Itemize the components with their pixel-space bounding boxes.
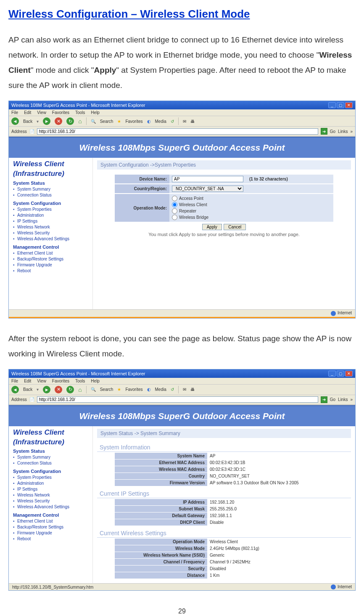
mail-icon[interactable]: ✉ [183, 119, 186, 124]
back-button[interactable]: ◄ [11, 117, 19, 125]
opmode-repeater[interactable]: Repeater [172, 208, 196, 214]
menu-tools[interactable]: Tools [75, 379, 85, 383]
refresh-button[interactable]: ↻ [66, 117, 74, 125]
back-button[interactable]: ◄ [11, 386, 19, 393]
go-button[interactable]: ➜ [321, 396, 327, 403]
history-icon[interactable]: ↺ [171, 387, 174, 392]
links-chevron-icon[interactable]: » [350, 129, 353, 134]
minimize-button[interactable]: _ [328, 371, 336, 377]
favorites-label[interactable]: Favorites [125, 119, 142, 124]
back-label[interactable]: Back [23, 387, 32, 392]
menu-edit[interactable]: Edit [24, 110, 31, 115]
media-label[interactable]: Media [155, 387, 166, 392]
menu-help[interactable]: Help [91, 379, 100, 383]
sidebar-item-wireless-advanced[interactable]: Wireless Advanced Settings [13, 236, 89, 242]
links-label[interactable]: Links [338, 129, 348, 134]
sidebar-item-connection-status[interactable]: Connection Status [13, 460, 89, 466]
sidebar-item-wireless-advanced[interactable]: Wireless Advanced Settings [13, 504, 89, 510]
table-row: Distance1 Km [115, 572, 333, 579]
sidebar-item-firmware-upgrade[interactable]: Firmware Upgrade [13, 262, 89, 268]
media-icon[interactable]: ◐ [147, 387, 151, 392]
sidebar-item-system-properties[interactable]: System Properties [13, 207, 89, 212]
go-label[interactable]: Go [330, 397, 335, 402]
status-left: http://192.168.1.20/B_SystemSummary.htm [12, 585, 93, 589]
home-button[interactable]: ⌂ [78, 118, 82, 125]
sidebar-item-ip-settings[interactable]: IP Settings [13, 486, 89, 492]
sidebar-item-reboot[interactable]: Reboot [13, 268, 89, 274]
search-icon[interactable]: 🔍 [91, 119, 96, 124]
ie-page-icon: 📄 [29, 397, 34, 402]
cancel-button[interactable] [224, 224, 246, 230]
screenshot-system-properties: Wireless 108M SuperG Access Point - Micr… [8, 101, 356, 318]
media-label[interactable]: Media [155, 119, 166, 124]
sidebar-item-administration[interactable]: Administration [13, 481, 89, 486]
menu-file[interactable]: File [11, 379, 18, 383]
sidebar-item-ethernet-client-list[interactable]: Ethernet Client List [13, 250, 89, 256]
history-icon[interactable]: ↺ [171, 119, 174, 124]
sidebar-item-backup-restore[interactable]: Backup/Restore Settings [13, 524, 89, 530]
country-select[interactable]: NO_COUNTRY_SET -NA [172, 186, 243, 192]
sidebar-item-reboot[interactable]: Reboot [13, 536, 89, 542]
stop-button[interactable]: ✕ [55, 386, 62, 393]
search-label[interactable]: Search [100, 387, 113, 392]
menu-edit[interactable]: Edit [24, 379, 31, 383]
address-input[interactable] [37, 128, 318, 135]
media-icon[interactable]: ◐ [147, 119, 151, 124]
refresh-button[interactable]: ↻ [66, 386, 74, 393]
maximize-button[interactable]: ▢ [337, 371, 344, 377]
sidebar: Wireless Client (Infrastructure) System … [9, 158, 93, 309]
favorites-label[interactable]: Favorites [125, 387, 142, 392]
go-label[interactable]: Go [330, 129, 335, 134]
sidebar-item-wireless-security[interactable]: Wireless Security [13, 498, 89, 504]
mail-icon[interactable]: ✉ [183, 387, 186, 392]
apply-button[interactable] [202, 224, 222, 230]
stop-button[interactable]: ✕ [55, 117, 62, 125]
menubar: File Edit View Favorites Tools Help [9, 378, 355, 385]
maximize-button[interactable]: ▢ [337, 102, 344, 108]
favorites-icon[interactable]: ★ [117, 119, 121, 124]
favorites-icon[interactable]: ★ [117, 387, 121, 392]
sidebar-item-wireless-security[interactable]: Wireless Security [13, 230, 89, 236]
sidebar-item-backup-restore[interactable]: Backup/Restore Settings [13, 256, 89, 262]
print-icon[interactable]: 🖶 [190, 119, 195, 124]
menu-tools[interactable]: Tools [75, 110, 85, 115]
sidebar-item-wireless-network[interactable]: Wireless Network [13, 224, 89, 230]
address-input[interactable] [37, 396, 318, 403]
search-label[interactable]: Search [100, 119, 113, 124]
sidebar-item-firmware-upgrade[interactable]: Firmware Upgrade [13, 530, 89, 536]
sidebar-item-wireless-network[interactable]: Wireless Network [13, 492, 89, 498]
print-icon[interactable]: 🖶 [190, 387, 195, 392]
device-name-input[interactable] [172, 176, 243, 182]
menu-view[interactable]: View [37, 110, 46, 115]
breadcrumb: System Configuration ->System Properties [97, 160, 351, 170]
sidebar-item-system-summary[interactable]: System Summary [13, 454, 89, 460]
go-button[interactable]: ➜ [321, 128, 327, 135]
forward-button[interactable]: ► [43, 386, 50, 393]
sidebar-item-ethernet-client-list[interactable]: Ethernet Client List [13, 518, 89, 524]
sidebar-title-1: Wireless Client [13, 429, 89, 437]
opmode-wireless-client[interactable]: Wireless Client [172, 202, 207, 207]
search-icon[interactable]: 🔍 [91, 387, 96, 392]
close-button[interactable]: ✕ [345, 102, 353, 108]
home-button[interactable]: ⌂ [78, 386, 82, 393]
sidebar-item-system-summary[interactable]: System Summary [13, 186, 89, 192]
menu-view[interactable]: View [37, 379, 46, 383]
menu-favorites[interactable]: Favorites [52, 110, 69, 115]
opmode-wireless-bridge[interactable]: Wireless Bridge [172, 215, 208, 220]
sidebar-item-administration[interactable]: Administration [13, 212, 89, 218]
forward-button[interactable]: ► [43, 117, 50, 125]
sidebar-item-system-properties[interactable]: System Properties [13, 475, 89, 481]
intro-paragraph-2: After the system reboot is done, you can… [8, 331, 356, 361]
intro-paragraph-1: AP can also work as an Ethernet client b… [8, 32, 356, 93]
links-chevron-icon[interactable]: » [350, 397, 353, 402]
back-label[interactable]: Back [23, 119, 32, 124]
menu-favorites[interactable]: Favorites [52, 379, 69, 383]
links-label[interactable]: Links [338, 397, 348, 402]
minimize-button[interactable]: _ [328, 102, 336, 108]
sidebar-item-connection-status[interactable]: Connection Status [13, 192, 89, 198]
close-button[interactable]: ✕ [345, 371, 353, 377]
menu-file[interactable]: File [11, 110, 18, 115]
menu-help[interactable]: Help [91, 110, 100, 115]
sidebar-item-ip-settings[interactable]: IP Settings [13, 218, 89, 224]
opmode-access-point[interactable]: Access Point [172, 196, 203, 201]
